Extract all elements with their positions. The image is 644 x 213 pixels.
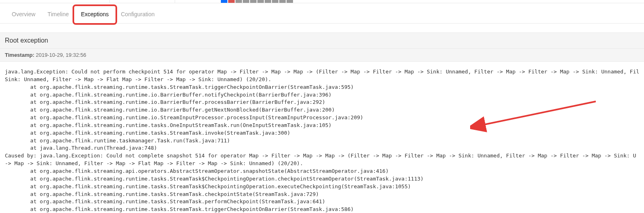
header-fragment: 2019-10-29, 19:32:56 23 run <box>0 0 644 3</box>
section-title: Root exception <box>0 32 644 49</box>
status-chip <box>221 0 227 3</box>
status-chip <box>235 0 242 3</box>
tab-timeline[interactable]: Timeline <box>41 5 75 23</box>
status-chip <box>279 0 286 3</box>
timestamp-value: 2019-10-29, 19:32:56 <box>36 52 86 58</box>
tab-exceptions[interactable]: Exceptions <box>75 5 115 23</box>
tab-bar: Overview Timeline Exceptions Configurati… <box>0 3 644 24</box>
timestamp-row: Timestamp: 2019-10-29, 19:32:56 <box>0 49 644 62</box>
header-duration: 23 run <box>175 0 197 3</box>
status-chip <box>250 0 257 3</box>
timestamp-label: Timestamp: <box>5 52 34 58</box>
status-chip <box>228 0 235 3</box>
status-chip <box>257 0 264 3</box>
header-datetime: 2019-10-29, 19:32:56 <box>109 0 167 3</box>
tab-configuration[interactable]: Configuration <box>115 5 160 23</box>
status-chip <box>265 0 271 3</box>
status-chip <box>272 0 278 3</box>
status-chip <box>243 0 249 3</box>
stacktrace-text: java.lang.Exception: Could not perform c… <box>0 62 644 213</box>
status-chip-row <box>221 0 293 3</box>
status-chip <box>287 0 293 3</box>
tab-overview[interactable]: Overview <box>6 5 41 23</box>
